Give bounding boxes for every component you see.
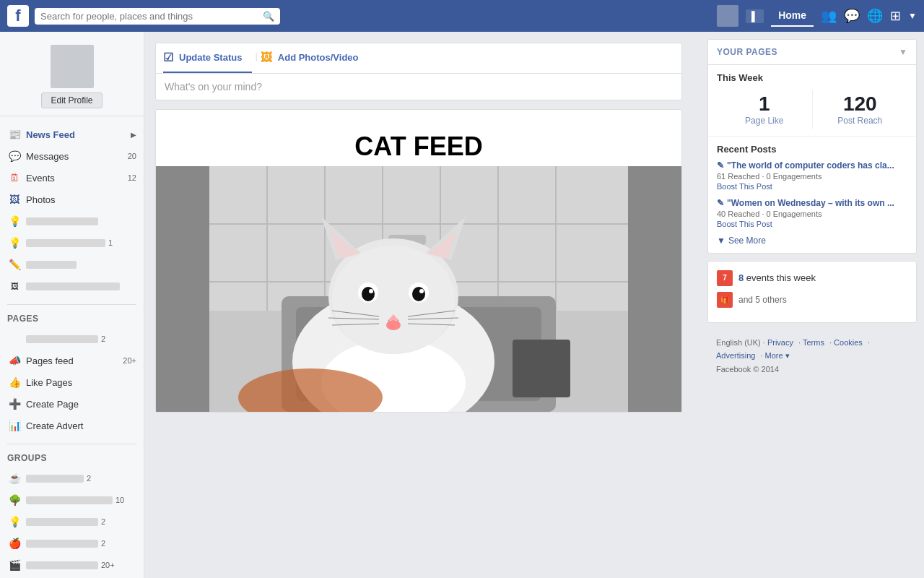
pages-bar <box>26 335 98 343</box>
sidebar-item-like-pages[interactable]: 👍 Like Pages <box>0 371 144 393</box>
post-reach-label: Post Reach <box>813 116 908 126</box>
group5-bar <box>26 561 98 569</box>
sidebar-item-pages-feed[interactable]: 📣 Pages feed 20+ <box>0 350 144 371</box>
extra2-bar <box>26 239 105 247</box>
events-row: 7 8 events this week <box>717 270 907 286</box>
left-sidebar: Edit Profile 📰 News Feed ▶ 💬 Messages 20… <box>0 32 144 578</box>
edit-profile-button[interactable]: Edit Profile <box>41 92 102 108</box>
recent-post-2-meta: 40 Reached · 0 Engagements <box>717 210 907 218</box>
sidebar-item-extra1[interactable]: 💡 <box>0 210 144 232</box>
sidebar-item-group1[interactable]: ☕ 2 <box>0 467 144 489</box>
groups-heading: GROUPS <box>0 449 144 465</box>
events-panel: 7 8 events this week 🎁 and 5 others <box>707 261 917 323</box>
footer-advertising[interactable]: Advertising <box>716 351 755 360</box>
nav-right: ▌ Home 👥 💬 🌐 ⊞ ▼ <box>717 5 917 27</box>
your-pages-header: YOUR PAGES ▼ <box>708 40 916 65</box>
update-status-icon: ☑ <box>163 51 173 64</box>
group4-bar <box>26 540 98 548</box>
add-photos-label: Add Photos/Video <box>278 52 359 63</box>
pages-feed-label: Pages feed <box>26 355 120 366</box>
event-other-icon: 🎁 <box>717 292 733 308</box>
sidebar-item-messages[interactable]: 💬 Messages 20 <box>0 145 144 167</box>
pages-feed-count: 20+ <box>123 356 136 365</box>
top-navigation: f 🔍 ▌ Home 👥 💬 🌐 ⊞ ▼ <box>0 0 924 32</box>
create-page-icon: ➕ <box>7 397 22 411</box>
recent-post-2-boost[interactable]: Boost This Post <box>717 220 907 228</box>
separator1 <box>7 304 136 305</box>
svg-point-26 <box>362 287 375 301</box>
recent-post-2-link[interactable]: ✎ "Women on Wednesday – with its own ... <box>717 198 907 208</box>
post-box-tabs: ☑ Update Status | 🖼 Add Photos/Video <box>156 43 681 74</box>
sidebar-item-group2[interactable]: 🌳 10 <box>0 489 144 511</box>
footer-privacy[interactable]: Privacy <box>767 338 793 347</box>
search-icon: 🔍 <box>263 11 274 22</box>
svg-point-31 <box>386 320 401 330</box>
messages-label: Messages <box>26 151 125 162</box>
separator2 <box>7 444 136 444</box>
pages-bar-icon <box>7 332 22 346</box>
recent-post-1-meta: 61 Reached · 0 Engagements <box>717 172 907 181</box>
page-like-number: 1 <box>717 93 812 116</box>
pages-section: 2 📣 Pages feed 20+ 👍 Like Pages ➕ Create… <box>0 325 144 439</box>
see-more-link[interactable]: ▼ See More <box>717 236 907 246</box>
search-input[interactable] <box>40 11 263 22</box>
notifications-icon[interactable]: 💬 <box>844 8 860 24</box>
news-feed-icon: 📰 <box>7 127 22 142</box>
recent-post-1-boost[interactable]: Boost This Post <box>717 182 907 191</box>
sidebar-item-create-advert[interactable]: 📊 Create Advert <box>0 415 144 436</box>
events-calendar-icon: 7 <box>717 270 733 286</box>
fb-logo[interactable]: f <box>7 5 29 27</box>
footer-terms[interactable]: Terms <box>803 338 824 347</box>
sidebar-item-group5[interactable]: 🎬 20+ <box>0 554 144 576</box>
this-week-stats: 1 Page Like 120 Post Reach <box>717 90 907 129</box>
footer-copyright: Facebook © 2014 <box>716 365 779 374</box>
update-status-label: Update Status <box>179 52 242 63</box>
search-bar[interactable]: 🔍 <box>35 8 280 25</box>
recent-posts-section: Recent Posts ✎ "The world of computer co… <box>708 137 916 253</box>
svg-point-23 <box>332 246 455 354</box>
update-status-tab[interactable]: ☑ Update Status <box>163 43 252 73</box>
profile-area: Edit Profile <box>0 39 144 116</box>
sidebar-item-events[interactable]: 🗓 Events 12 <box>0 167 144 189</box>
account-caret[interactable]: ▼ <box>908 11 917 21</box>
sidebar-item-extra4[interactable]: 🖼 <box>0 275 144 297</box>
groups-section: ☕ 2 🌳 10 💡 2 🍎 2 🎬 20+ <box>0 465 144 578</box>
avatar[interactable] <box>717 5 738 27</box>
globe-icon[interactable]: 🌐 <box>867 8 883 24</box>
add-photos-icon: 🖼 <box>261 51 272 64</box>
footer-links: English (UK) · Privacy · Terms · Cookies… <box>707 330 917 382</box>
profile-avatar[interactable] <box>51 45 94 88</box>
sidebar-item-extra3[interactable]: ✏️ <box>0 254 144 275</box>
footer-lang: English (UK) · <box>716 338 767 347</box>
your-pages-caret[interactable]: ▼ <box>899 47 907 57</box>
cat-image-svg <box>156 166 681 412</box>
add-photos-tab[interactable]: 🖼 Add Photos/Video <box>261 43 369 73</box>
status-input[interactable]: What's on your mind? <box>156 74 681 100</box>
sidebar-item-pages-bar[interactable]: 2 <box>0 328 144 350</box>
svg-rect-15 <box>513 340 570 397</box>
friends-icon[interactable]: 👥 <box>821 8 837 24</box>
sidebar-item-create-page[interactable]: ➕ Create Page <box>0 393 144 415</box>
recent-post-1-link[interactable]: ✎ "The world of computer coders has cla.… <box>717 160 907 171</box>
group1-count: 2 <box>87 474 91 483</box>
svg-point-27 <box>412 287 425 301</box>
sidebar-item-group4[interactable]: 🍎 2 <box>0 532 144 554</box>
avatar-name[interactable]: ▌ <box>746 9 764 23</box>
sidebar-item-group3[interactable]: 💡 2 <box>0 511 144 532</box>
sidebar-item-photos[interactable]: 🖼 Photos <box>0 189 144 210</box>
home-button[interactable]: Home <box>771 5 814 27</box>
like-pages-icon: 👍 <box>7 375 22 389</box>
recent-post-2: ✎ "Women on Wednesday – with its own ...… <box>717 198 907 228</box>
messages-icon: 💬 <box>7 149 22 163</box>
group2-count: 10 <box>116 496 124 504</box>
sidebar-item-news-feed[interactable]: 📰 News Feed ▶ <box>0 124 144 145</box>
cat-post-title: CAT FEED <box>156 124 681 166</box>
photos-label: Photos <box>26 194 136 205</box>
main-content: ☑ Update Status | 🖼 Add Photos/Video Wha… <box>144 32 693 578</box>
menu-icon[interactable]: ⊞ <box>890 8 901 24</box>
footer-more[interactable]: More ▾ <box>765 351 790 360</box>
post-reach-number: 120 <box>813 93 908 116</box>
extra2-count: 1 <box>108 238 113 247</box>
sidebar-item-extra2[interactable]: 💡 1 <box>0 232 144 254</box>
footer-cookies[interactable]: Cookies <box>834 338 863 347</box>
